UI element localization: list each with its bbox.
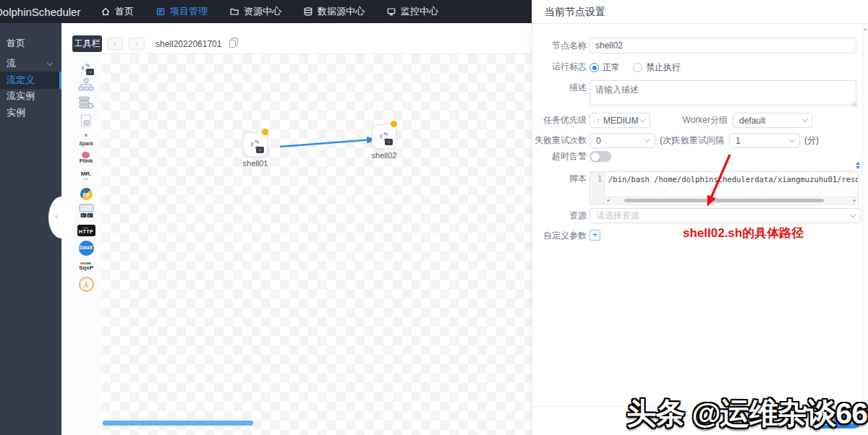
field-label-priority: 任务优先级 [532,113,587,128]
nav-item-label: 首页 [115,5,134,18]
terminal-icon: › [385,139,393,145]
chevron-down-icon [802,116,808,121]
conditions-task-icon [79,277,94,292]
sidebar-item-workflow-instance[interactable]: 流实例 [0,87,61,105]
sidebar-item-workflow[interactable]: 流 [0,55,61,72]
worker-group-select[interactable]: default [733,113,813,128]
nav-item-datasource-center[interactable]: 数据源中心 [303,5,365,18]
shell-node-card: › [243,132,268,157]
tab-scroll-left-button[interactable]: ‹ [107,38,123,50]
sidebar-collapse-handle[interactable]: ‹ [48,197,75,238]
scroll-right-arrow[interactable]: ▸ [854,197,856,204]
description-textarea[interactable] [590,80,856,105]
palette-item-python[interactable]: py [80,186,93,202]
app-logo[interactable]: DolphinScheduler [0,6,79,18]
palette-item-procedure[interactable] [78,96,94,111]
palette-item-mr[interactable]: MR. oo [81,168,92,184]
watermark: 头条 @运维杂谈666 [626,394,868,434]
priority-up-arrow-icon: ↑ [596,116,600,126]
field-label-retry-times: 失败重试次数 [532,133,587,148]
spark-task-icon: * [85,134,88,141]
script-editor[interactable]: 1 /bin/bash /home/dolphinschedulerdata/x… [590,171,859,204]
panel-title: 当前节点设置 [532,0,868,24]
palette-item-flink[interactable]: Flink [80,150,93,165]
field-label-node-name: 节点名称 [532,38,587,53]
chevron-down-icon [850,211,856,217]
retry-interval-unit: (分) [804,133,819,148]
http-label: HTTP [79,229,93,234]
copy-icon[interactable] [229,40,236,48]
dag-tab-title[interactable]: shell2022061701 [156,39,221,49]
scrollbar-up-arrow[interactable]: ▲ [863,27,867,31]
app-window: DolphinScheduler 首页 项目管理 资源中心 数据源中心 监控中心… [0,0,868,435]
datax-task-icon: DataX [79,241,94,256]
flink-label: Flink [80,158,93,164]
editor-expand-icon[interactable] [856,162,861,170]
palette-item-http[interactable]: ▪▪▪ HTTP [77,223,95,238]
scroll-left-arrow[interactable]: ◂ [607,197,609,204]
nav-item-resource-center[interactable]: 资源中心 [229,5,281,18]
dag-main-area: 工具栏 ‹ › shell2022061701 › * Spark [61,23,532,435]
editor-scroll-thumb[interactable] [624,199,824,203]
dependent-task-icon [78,204,95,220]
subprocess-task-icon [78,78,94,94]
toolbar-label: 工具栏 [72,35,102,52]
field-label-resources: 资源 [532,208,587,223]
field-label-script: 脚本 [532,173,587,184]
shell-task-icon: › [77,60,95,75]
palette-item-spark[interactable]: * Spark [79,132,93,147]
nav-item-label: 资源中心 [244,5,281,18]
database-icon [303,7,313,17]
palette-item-subprocess[interactable] [78,78,94,93]
palette-item-sqoop[interactable]: SqxP [79,259,93,274]
tab-scroll-right-button[interactable]: › [129,38,145,50]
run-flag-radio-normal[interactable]: 正常 [590,61,620,74]
sidebar-item-label: 首页 [7,38,25,48]
folder-icon [229,7,239,17]
dag-canvas[interactable]: › shell01 › shell02 [101,54,532,435]
status-dot [262,129,268,135]
worker-group-value: default [739,116,765,126]
home-icon [101,7,111,17]
sidebar-item-home[interactable]: 首页 [0,35,61,52]
task-palette: › * Spark Flink MR. oo [71,54,101,435]
textarea-resize-handle[interactable] [852,102,857,107]
run-flag-radio-prohibit[interactable]: 禁止执行 [633,61,681,74]
nav-item-monitor-center[interactable]: 监控中心 [386,5,438,18]
dag-node-shell02[interactable]: › shell02 [370,124,399,160]
field-label-description: 描述 [532,80,587,95]
radio-label: 禁止执行 [646,61,681,74]
palette-item-conditions[interactable] [79,277,94,292]
add-custom-param-button[interactable]: + [590,230,600,241]
dag-tab-bar: ‹ › shell2022061701 [101,34,532,54]
sidebar-item-task-instance[interactable]: 实例 [0,104,61,121]
http-task-icon: ▪▪▪ HTTP [77,225,95,236]
retry-interval-select[interactable]: 1 [729,133,800,148]
palette-item-shell[interactable]: › [77,60,95,75]
mr-glasses: oo [83,177,89,181]
priority-value: MEDIUM [603,116,639,126]
palette-item-dependent[interactable] [78,204,95,220]
timeout-alarm-toggle[interactable] [590,151,611,162]
palette-item-datax[interactable]: DataX [79,241,94,256]
edge-shell01-shell02 [101,54,532,435]
field-label-retry-interval: 失败重试间隔 [637,133,724,148]
retry-times-value: 0 [596,136,601,146]
chevron-down-icon [47,60,53,66]
panel-scrollbar[interactable] [862,25,868,406]
nav-item-label: 项目管理 [170,5,208,18]
resources-placeholder: 请选择资源 [596,210,639,222]
editor-horizontal-scrollbar[interactable]: ◂ ▸ [605,197,857,203]
nav-item-label: 监控中心 [401,5,438,18]
project-icon [156,7,166,17]
nav-item-project-management[interactable]: 项目管理 [156,5,208,18]
dag-node-shell01[interactable]: › shell01 [241,132,270,168]
canvas-horizontal-scrollbar[interactable] [103,421,253,426]
palette-item-sql[interactable] [80,114,93,129]
status-dot [391,121,397,127]
resources-select[interactable]: 请选择资源 [590,208,861,223]
sidebar-item-workflow-definition[interactable]: 流定义 [0,72,61,89]
nav-item-home[interactable]: 首页 [101,5,134,18]
python-task-icon: py [80,188,93,200]
node-name-input[interactable] [590,38,856,53]
